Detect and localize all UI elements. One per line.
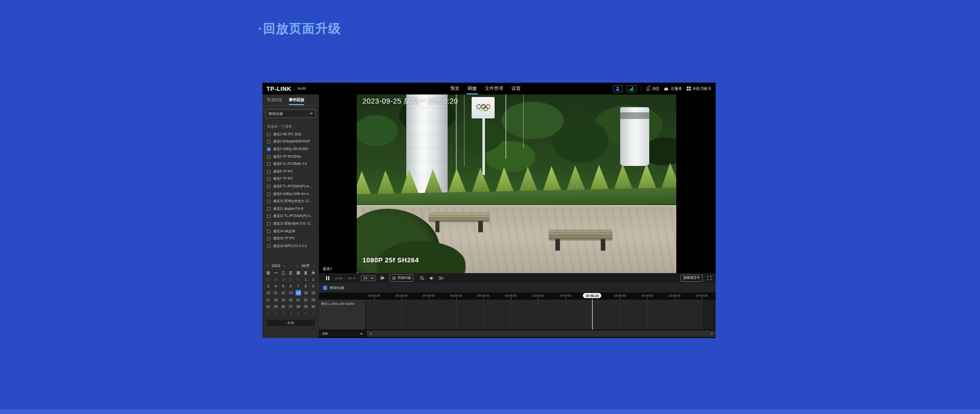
cloud-service-item[interactable]: 云服务 xyxy=(664,86,682,91)
channel-checkbox[interactable] xyxy=(267,162,271,166)
calendar-day[interactable]: 29 xyxy=(302,303,310,310)
calendar-day[interactable]: 12 xyxy=(279,289,287,296)
calendar-prev-month-button[interactable]: ‹ xyxy=(296,263,299,269)
calendar-day[interactable]: 27 xyxy=(264,276,272,283)
calendar-day[interactable]: 14 xyxy=(295,289,302,296)
calendar-day[interactable]: 8 xyxy=(302,283,310,289)
calendar-day[interactable]: 6 xyxy=(287,283,295,289)
calendar-day[interactable]: 1 xyxy=(264,310,272,316)
skip-back-button[interactable]: 30s xyxy=(338,277,342,280)
clip-button[interactable] xyxy=(439,276,444,281)
calendar-day[interactable]: 6 xyxy=(302,310,310,316)
timeline-scrollbar[interactable]: ◄ ► xyxy=(366,330,716,337)
calendar-day[interactable]: 21 xyxy=(295,296,302,303)
channel-row[interactable]: 通道12 TL-IPC543K(P)-4... xyxy=(262,213,319,221)
channel-checkbox[interactable] xyxy=(267,148,271,151)
calendar-day[interactable]: 18 xyxy=(272,296,280,303)
channel-row[interactable]: 通道7 TP IPC xyxy=(262,176,319,183)
frame-step-button[interactable] xyxy=(380,276,385,280)
timeline-track[interactable]: 通道3_1080p 25f SH264 xyxy=(319,300,716,330)
user-status-button[interactable] xyxy=(613,85,623,92)
calendar-day[interactable]: 11 xyxy=(272,289,280,296)
calendar-next-month-button[interactable]: › xyxy=(312,263,316,269)
channel-row[interactable]: 通道14 hik走廊 xyxy=(262,228,319,235)
top-nav-item[interactable]: 回放 xyxy=(468,83,477,94)
channel-checkbox[interactable] xyxy=(267,177,271,181)
channel-checkbox[interactable] xyxy=(267,207,271,211)
calendar-day[interactable]: 5 xyxy=(279,283,287,289)
calendar-day[interactable]: 2 xyxy=(272,310,280,316)
channel-checkbox[interactable] xyxy=(267,170,271,174)
scrollbar-left-arrow-icon[interactable]: ◄ xyxy=(369,332,372,335)
channel-row[interactable]: 通道3 1080p 25f SH264 xyxy=(262,145,319,153)
tab-normal-playback[interactable]: 普通回放 xyxy=(267,94,282,105)
calendar-day[interactable]: 16 xyxy=(309,289,317,296)
calendar-day[interactable]: 10 xyxy=(264,289,272,296)
calendar-day[interactable]: 4 xyxy=(287,310,295,316)
channel-checkbox[interactable] xyxy=(267,140,271,143)
hide-channel-button[interactable]: 隐藏通道号 xyxy=(680,275,703,282)
channel-checkbox[interactable] xyxy=(267,214,271,218)
calendar-day[interactable]: 19 xyxy=(279,296,287,303)
calendar-day[interactable]: 1 xyxy=(302,276,310,283)
skip-forward-button[interactable]: 30s xyxy=(348,277,352,280)
event-type-select[interactable]: 移动侦测 xyxy=(265,109,316,118)
calendar-day[interactable]: 30 xyxy=(287,276,295,283)
calendar-day[interactable]: 7 xyxy=(295,283,302,289)
calendar-prev-year-button[interactable]: ‹ xyxy=(265,263,269,269)
calendar-day[interactable]: 23 xyxy=(309,296,317,303)
device-account-item[interactable]: 本机与账号 xyxy=(687,86,712,91)
calendar-day[interactable]: 31 xyxy=(295,276,302,283)
time-ruler[interactable]: 15:58:20 00:00:0002:00:0004:00:0006:00:0… xyxy=(319,293,716,300)
channel-checkbox[interactable] xyxy=(267,230,271,233)
calendar-day[interactable]: 2 xyxy=(309,276,317,283)
channel-checkbox[interactable] xyxy=(267,222,271,226)
channel-checkbox[interactable] xyxy=(267,155,271,159)
calendar-day[interactable]: 3 xyxy=(279,310,287,316)
calendar-day[interactable]: 17 xyxy=(264,296,272,303)
top-nav-item[interactable]: 预览 xyxy=(450,83,459,94)
calendar-day[interactable]: 30 xyxy=(309,303,317,310)
calendar-day[interactable]: 26 xyxy=(279,303,287,310)
channel-row[interactable]: 通道8 TL-IPC536H(P)-A... xyxy=(262,183,319,190)
digital-zoom-button[interactable] xyxy=(420,276,425,281)
channel-row[interactable]: 通道5 TL-IPC55AE 4.0 xyxy=(262,160,319,168)
calendar-day[interactable]: 3 xyxy=(264,283,272,289)
calendar-day[interactable]: 9 xyxy=(309,283,317,289)
tab-event-playback[interactable]: 事件回放 xyxy=(289,94,304,105)
calendar-day[interactable]: 24 xyxy=(264,303,272,310)
calendar-day[interactable]: 4 xyxy=(272,283,280,289)
calendar-day[interactable]: 7 xyxy=(309,310,317,316)
calendar-day[interactable]: 28 xyxy=(272,276,280,283)
calendar-day[interactable]: 29 xyxy=(279,276,287,283)
channel-row[interactable]: 通道2 &nbsp&#8364%2F xyxy=(262,138,319,146)
channel-checkbox[interactable] xyxy=(267,200,271,203)
top-nav-item[interactable]: 文件管理 xyxy=(485,83,503,94)
volume-button[interactable] xyxy=(429,276,434,281)
calendar-day[interactable]: 25 xyxy=(272,303,280,310)
channel-row[interactable]: 通道13 普联v最长字符 12... xyxy=(262,220,319,228)
channel-row[interactable]: 通道10 普理在学这方 12... xyxy=(262,198,319,205)
signal-status-button[interactable] xyxy=(627,85,636,92)
calendar-day[interactable]: 5 xyxy=(295,310,302,316)
top-nav-item[interactable]: 设置 xyxy=(511,83,521,94)
channel-row[interactable]: 通道15 TP IPC xyxy=(262,235,319,242)
calendar-day[interactable]: 15 xyxy=(302,289,310,296)
channel-checkbox[interactable] xyxy=(267,237,271,240)
channel-checkbox[interactable] xyxy=(267,245,271,248)
calendar-day[interactable]: 27 xyxy=(287,303,295,310)
messages-item[interactable]: 消息 xyxy=(646,86,659,91)
channel-checkbox[interactable] xyxy=(267,133,271,136)
channel-row[interactable]: 通道4 TP IPC500w xyxy=(262,153,319,161)
channel-row[interactable]: 通道6 TP IPC xyxy=(262,168,319,176)
calendar-next-year-button[interactable]: › xyxy=(283,263,286,269)
pause-button[interactable] xyxy=(326,276,329,280)
fullscreen-icon[interactable] xyxy=(707,276,712,280)
channel-row[interactable]: 通道11 勿动tesT中文 xyxy=(262,205,319,213)
speed-select[interactable]: 1x xyxy=(361,275,376,281)
channel-checkbox[interactable] xyxy=(267,192,271,196)
calendar-day[interactable]: 22 xyxy=(302,296,310,303)
calendar-day[interactable]: 20 xyxy=(287,296,295,303)
scrollbar-right-arrow-icon[interactable]: ► xyxy=(711,332,714,335)
channel-row[interactable]: 通道16 MIPC272-4 2.0 xyxy=(262,242,319,250)
